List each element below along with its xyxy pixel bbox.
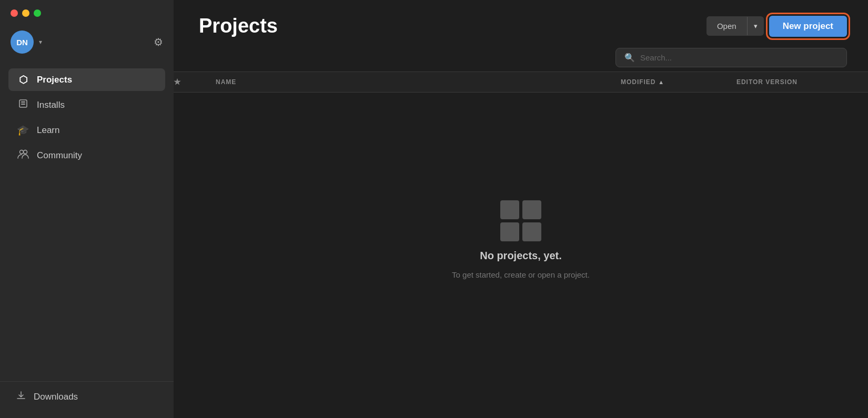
main-header: Projects Open ▾ New project — [174, 0, 868, 46]
sidebar-item-downloads[interactable]: Downloads — [0, 381, 174, 418]
close-button[interactable] — [11, 9, 18, 17]
search-input[interactable] — [640, 53, 838, 62]
col-header-modified: MODIFIED ▲ — [621, 78, 736, 86]
avatar[interactable]: DN — [11, 30, 34, 54]
header-actions: Open ▾ New project — [706, 16, 847, 37]
empty-state: No projects, yet. To get started, create… — [174, 93, 868, 418]
modified-header-label[interactable]: MODIFIED ▲ — [621, 78, 736, 86]
minimize-button[interactable] — [22, 9, 29, 17]
empty-icon-square-1 — [500, 200, 519, 219]
user-dropdown-arrow[interactable]: ▾ — [39, 38, 42, 46]
open-button[interactable]: Open — [706, 16, 747, 36]
open-button-group: Open ▾ — [706, 16, 764, 36]
settings-button[interactable]: ⚙ — [154, 37, 163, 47]
empty-icon-square-4 — [522, 222, 541, 241]
sidebar-item-projects[interactable]: ⬡ Projects — [8, 68, 165, 91]
search-icon: 🔍 — [624, 53, 635, 63]
col-header-name: NAME — [210, 78, 621, 86]
svg-point-4 — [24, 150, 27, 154]
sidebar-item-label-projects: Projects — [37, 75, 72, 85]
downloads-icon — [16, 390, 26, 403]
sort-arrow-icon: ▲ — [658, 79, 664, 85]
sidebar-nav: ⬡ Projects Installs 🎓 Learn — [0, 64, 174, 381]
search-bar: 🔍 — [615, 48, 847, 67]
sidebar-item-label-installs: Installs — [37, 100, 65, 110]
svg-rect-2 — [21, 104, 25, 105]
open-dropdown-button[interactable]: ▾ — [747, 17, 764, 35]
user-row: DN ▾ ⚙ — [0, 26, 174, 64]
maximize-button[interactable] — [34, 9, 41, 17]
sidebar-item-label-downloads: Downloads — [34, 392, 78, 402]
installs-icon — [17, 98, 29, 111]
empty-icon-square-2 — [522, 200, 541, 219]
empty-icon-square-3 — [500, 222, 519, 241]
sidebar: DN ▾ ⚙ ⬡ Projects Installs 🎓 Learn — [0, 0, 174, 418]
star-icon: ★ — [174, 77, 181, 87]
community-icon — [17, 149, 29, 162]
editor-header-label[interactable]: EDITOR VERSION — [736, 78, 857, 86]
projects-icon: ⬡ — [17, 74, 29, 86]
svg-rect-1 — [21, 101, 25, 103]
sidebar-item-label-learn: Learn — [37, 125, 59, 136]
star-header-label: ★ — [174, 77, 210, 87]
learn-icon: 🎓 — [17, 124, 29, 136]
new-project-button[interactable]: New project — [769, 16, 847, 37]
table-header: ★ NAME MODIFIED ▲ EDITOR VERSION — [174, 72, 868, 93]
empty-state-icon — [500, 200, 541, 241]
col-header-editor: EDITOR VERSION — [736, 78, 868, 86]
search-bar-row: 🔍 — [174, 46, 868, 72]
col-header-star: ★ — [174, 77, 210, 87]
sidebar-item-label-community: Community — [37, 150, 82, 161]
name-header-label[interactable]: NAME — [216, 78, 621, 86]
svg-point-3 — [20, 150, 24, 154]
sidebar-item-installs[interactable]: Installs — [8, 93, 165, 117]
traffic-lights — [0, 0, 174, 26]
empty-state-subtitle: To get started, create or open a project… — [452, 270, 590, 279]
main-content: Projects Open ▾ New project 🔍 ★ NAME MOD… — [174, 0, 868, 418]
sidebar-item-community[interactable]: Community — [8, 144, 165, 167]
empty-state-title: No projects, yet. — [480, 250, 562, 262]
sidebar-item-learn[interactable]: 🎓 Learn — [8, 119, 165, 141]
page-title: Projects — [199, 15, 278, 37]
